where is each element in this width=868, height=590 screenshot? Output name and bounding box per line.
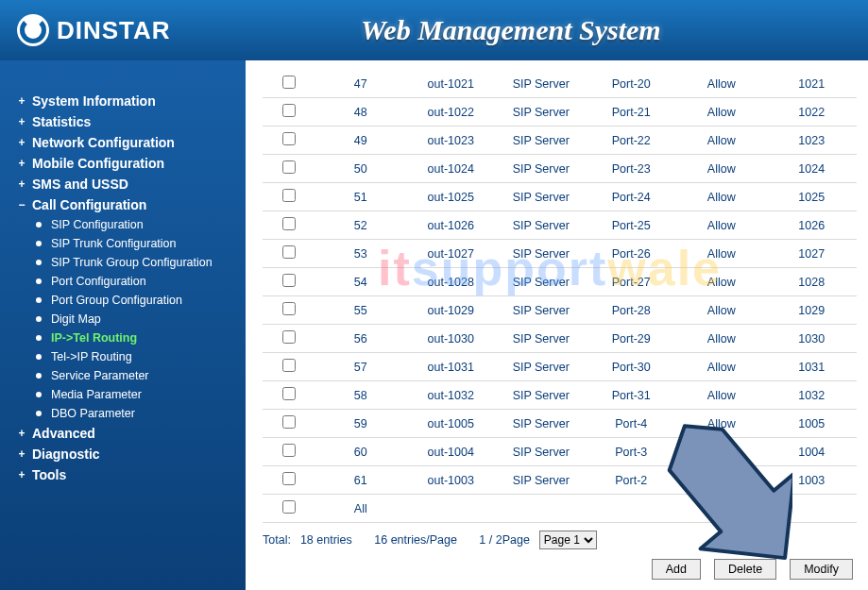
cell-index[interactable]: 60 — [315, 438, 406, 466]
cell-source-link[interactable]: SIP Server — [513, 191, 570, 204]
cell-source-link[interactable]: SIP Server — [513, 446, 570, 459]
cell-source[interactable]: SIP Server — [496, 183, 587, 211]
cell-index-link[interactable]: 61 — [354, 474, 367, 487]
cell-operation[interactable]: Allow — [676, 211, 767, 240]
cell-prefix[interactable]: 1032 — [767, 381, 858, 410]
cell-destination-link[interactable]: Port-27 — [612, 276, 651, 289]
cell-index-link[interactable]: 60 — [354, 446, 367, 459]
cell-source-link[interactable]: SIP Server — [513, 332, 570, 346]
row-checkbox[interactable] — [282, 245, 296, 259]
cell-prefix[interactable]: 1025 — [767, 183, 858, 211]
cell-operation[interactable]: Allow — [676, 240, 767, 268]
delete-button[interactable]: Delete — [714, 559, 776, 580]
sidebar-item[interactable]: +Statistics — [17, 111, 236, 132]
row-checkbox[interactable] — [282, 415, 296, 429]
row-checkbox[interactable] — [282, 217, 296, 230]
cell-description-link[interactable]: out-1023 — [428, 134, 474, 147]
cell-source-link[interactable]: SIP Server — [513, 389, 570, 402]
cell-index[interactable]: 59 — [315, 410, 406, 438]
cell-description-link[interactable]: out-1029 — [428, 304, 474, 317]
cell-prefix-link[interactable]: 1026 — [798, 219, 825, 232]
cell-source[interactable]: SIP Server — [496, 296, 587, 325]
cell-description[interactable]: out-1005 — [406, 410, 497, 438]
cell-destination[interactable]: Port-3 — [587, 438, 677, 466]
cell-source-link[interactable]: SIP Server — [513, 134, 570, 147]
sidebar-item[interactable]: +Mobile Configuration — [17, 153, 236, 174]
cell-operation-link[interactable]: Allow — [707, 389, 736, 402]
cell-index-link[interactable]: 58 — [354, 389, 367, 402]
cell-source-link[interactable]: SIP Server — [513, 474, 570, 487]
cell-operation[interactable]: Allow — [676, 381, 767, 410]
cell-destination-link[interactable]: Port-30 — [612, 361, 651, 374]
cell-description[interactable]: out-1030 — [406, 325, 497, 353]
cell-operation[interactable]: Allow — [676, 466, 767, 495]
cell-destination[interactable]: Port-27 — [587, 268, 677, 296]
cell-operation-link[interactable]: Allow — [707, 247, 736, 261]
cell-prefix[interactable]: 1003 — [767, 466, 858, 495]
cell-prefix[interactable]: 1005 — [767, 410, 858, 438]
cell-destination[interactable]: Port-24 — [587, 183, 677, 211]
sidebar-item[interactable]: +Tools — [17, 464, 236, 485]
cell-index[interactable]: 58 — [315, 381, 406, 410]
sidebar-item[interactable]: +System Information — [17, 91, 236, 111]
cell-destination-link[interactable]: Port-23 — [612, 162, 651, 176]
cell-source-link[interactable]: SIP Server — [513, 361, 570, 374]
cell-prefix-link[interactable]: 1028 — [798, 276, 825, 289]
cell-operation[interactable]: Allow — [676, 438, 767, 466]
cell-operation-link[interactable]: Allow — [707, 474, 736, 487]
cell-prefix[interactable]: 1004 — [767, 438, 858, 466]
cell-index[interactable]: 48 — [315, 98, 406, 126]
cell-index-link[interactable]: 55 — [354, 304, 367, 317]
cell-destination-link[interactable]: Port-2 — [615, 474, 647, 487]
cell-operation-link[interactable]: Allow — [707, 332, 736, 346]
cell-operation-link[interactable]: Allow — [707, 417, 736, 430]
cell-source[interactable]: SIP Server — [496, 98, 587, 126]
cell-description[interactable]: out-1004 — [406, 438, 497, 466]
cell-source-link[interactable]: SIP Server — [513, 219, 570, 232]
cell-source[interactable]: SIP Server — [496, 353, 587, 381]
row-checkbox[interactable] — [282, 359, 296, 372]
cell-index[interactable]: 51 — [315, 183, 406, 211]
cell-destination[interactable]: Port-31 — [587, 381, 677, 410]
row-checkbox[interactable] — [282, 444, 296, 457]
cell-description-link[interactable]: out-1024 — [428, 162, 474, 176]
cell-index-link[interactable]: 59 — [354, 417, 367, 430]
cell-destination-link[interactable]: Port-4 — [615, 417, 647, 430]
cell-index-link[interactable]: 48 — [354, 106, 367, 119]
cell-prefix-link[interactable]: 1029 — [798, 304, 825, 317]
cell-destination[interactable]: Port-2 — [587, 466, 677, 495]
cell-destination[interactable]: Port-20 — [587, 70, 677, 98]
cell-prefix[interactable]: 1031 — [767, 353, 858, 381]
cell-description-link[interactable]: out-1025 — [428, 191, 474, 204]
cell-description-link[interactable]: out-1032 — [428, 389, 474, 402]
cell-source-link[interactable]: SIP Server — [513, 162, 570, 176]
cell-index[interactable]: 49 — [315, 126, 406, 155]
cell-prefix-link[interactable]: 1027 — [798, 247, 825, 261]
sidebar-subitem[interactable]: SIP Trunk Configuration — [36, 234, 236, 253]
cell-destination[interactable]: Port-4 — [587, 410, 677, 438]
cell-description-link[interactable]: out-1004 — [428, 446, 474, 459]
cell-operation[interactable]: Allow — [676, 325, 767, 353]
cell-operation[interactable]: Allow — [676, 353, 767, 381]
cell-prefix-link[interactable]: 1022 — [798, 106, 825, 119]
cell-source[interactable]: SIP Server — [496, 466, 587, 495]
cell-index[interactable]: 47 — [315, 70, 406, 98]
cell-source[interactable]: SIP Server — [496, 381, 587, 410]
cell-description[interactable]: out-1025 — [406, 183, 497, 211]
cell-destination[interactable]: Port-26 — [587, 240, 677, 268]
cell-operation[interactable]: Allow — [676, 268, 767, 296]
cell-prefix[interactable]: 1022 — [767, 98, 858, 126]
cell-destination-link[interactable]: Port-22 — [612, 134, 651, 147]
cell-destination-link[interactable]: Port-3 — [615, 446, 647, 459]
cell-operation-link[interactable]: Allow — [707, 361, 736, 374]
cell-destination[interactable]: Port-21 — [587, 98, 677, 126]
cell-prefix[interactable]: 1024 — [767, 155, 858, 183]
cell-destination[interactable]: Port-28 — [587, 296, 677, 325]
cell-prefix-link[interactable]: 1031 — [798, 361, 825, 374]
cell-index[interactable]: 55 — [315, 296, 406, 325]
cell-prefix-link[interactable]: 1005 — [798, 417, 825, 430]
cell-prefix-link[interactable]: 1024 — [798, 162, 825, 176]
cell-source-link[interactable]: SIP Server — [513, 77, 570, 91]
cell-prefix-link[interactable]: 1025 — [798, 191, 825, 204]
cell-operation[interactable]: Allow — [676, 183, 767, 211]
